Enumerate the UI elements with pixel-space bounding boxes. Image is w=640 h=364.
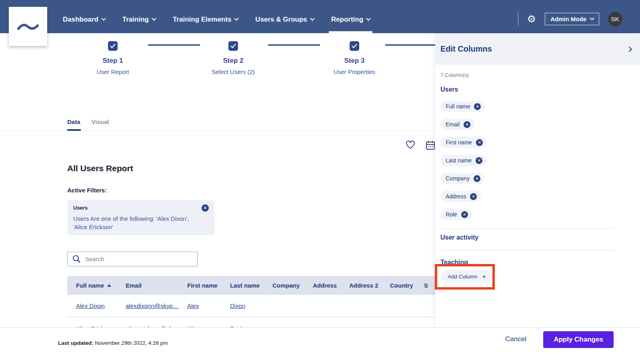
column-header-email[interactable]: Email [126,282,187,289]
remove-column-icon[interactable]: ✕ [476,139,483,146]
column-chip-company: Company ✕ [440,173,484,184]
chevron-down-icon [590,16,594,20]
gear-icon[interactable]: ⚙ [527,14,536,24]
table-row: Alice Erickson aliceerickson@sk Alice Er… [67,317,435,327]
last-updated: Last updated: November 29th 2022, 4:28 p… [58,340,168,346]
nav-item-training[interactable]: Training [122,0,156,33]
column-header-address-2[interactable]: Address 2 [349,282,390,289]
column-header-label: First name [187,282,218,289]
chevron-down-icon [234,16,239,20]
nav-item-label: Dashboard [63,16,98,24]
remove-column-icon[interactable]: ✕ [474,175,480,182]
remove-column-icon[interactable]: ✕ [461,211,468,218]
remove-column-icon[interactable]: ✕ [476,157,482,164]
user-link[interactable]: Alex Dixon [76,302,105,309]
footer-bar: Last updated: November 29th 2022, 4:28 p… [0,327,640,364]
chip-label: Full name [446,103,470,110]
tab-visual[interactable]: Visual [92,118,109,125]
column-header-label: Company [272,282,300,289]
column-header-clipped[interactable]: S [424,282,435,289]
step-subtitle: User Properties [314,68,394,75]
apply-changes-button[interactable]: Apply Changes [543,331,614,348]
cell-full-name: Alex Dixon [76,302,126,309]
annotation-highlight-rect [435,264,495,290]
cell-email: alexdixonn@skyp… [126,302,187,309]
nav-item-training-elements[interactable]: Training Elements [173,0,238,33]
cell-last-name: Dixon [230,302,272,309]
navbar-right: ⚙ Admin Mode SK [518,0,622,33]
app-logo[interactable] [9,7,47,46]
tab-data[interactable]: Data [67,118,80,125]
panel-header: Edit Columns [435,33,640,65]
column-chip-first-name: First name ✕ [440,137,487,148]
section-title-user-activity: User activity [440,234,478,241]
search-input[interactable] [85,256,185,262]
filter-name: Users [73,205,88,211]
wizard-step-1[interactable]: Step 1 User Report [73,41,153,75]
step-title: Step 2 [193,57,273,65]
admin-mode-label: Admin Mode [550,16,586,22]
nav-item-reporting[interactable]: Reporting [331,0,370,33]
step-title: Step 3 [314,57,394,65]
step-subtitle: Select Users (2) [193,68,273,75]
step-connector [268,44,320,46]
admin-mode-button[interactable]: Admin Mode [545,13,599,25]
remove-column-icon[interactable]: ✕ [470,193,477,200]
nav-item-label: Reporting [331,16,363,24]
sort-asc-icon [107,284,111,287]
chevron-down-icon [152,16,156,20]
user-link[interactable]: Alex [187,302,199,309]
report-tabs: Data Visual [67,118,109,125]
column-header-address[interactable]: Address [313,282,349,289]
main-nav: Dashboard Training Training Elements Use… [63,0,370,33]
remove-column-icon[interactable]: ✕ [474,103,481,110]
step-subtitle: User Report [73,68,153,75]
section-divider [440,228,615,229]
column-chip-address: Address ✕ [440,191,481,202]
chip-label: Role [446,211,457,218]
chevron-down-icon [310,16,314,20]
step-connector [385,44,435,46]
column-header-label: Address 2 [349,282,378,289]
remove-filter-icon[interactable]: ✕ [202,204,209,212]
column-header-full-name[interactable]: Full name [76,282,126,289]
table-row: Alex Dixon alexdixonn@skyp… Alex Dixon [67,295,435,317]
main-content: Step 1 User Report Step 2 Select Users (… [0,33,435,327]
nav-item-label: Training Elements [173,16,231,24]
wizard-step-3[interactable]: Step 3 User Properties [314,41,394,75]
checkbox-checked-icon [350,41,359,51]
column-header-last-name[interactable]: Last name [230,282,272,289]
heart-icon[interactable] [406,140,415,150]
wizard-step-2[interactable]: Step 2 Select Users (2) [193,41,273,75]
avatar[interactable]: SK [608,12,622,26]
page-title: All UsersReport [67,164,133,173]
tab-divider [0,130,435,131]
column-header-company[interactable]: Company [272,282,313,289]
column-header-first-name[interactable]: First name [187,282,230,289]
last-updated-value: November 29th 2022, 4:28 pm [94,340,168,346]
nav-item-dashboard[interactable]: Dashboard [63,0,105,33]
chevron-right-icon[interactable] [626,46,632,52]
section-divider [440,250,615,250]
checkbox-checked-icon [108,41,118,51]
user-link[interactable]: Dixon [230,302,245,309]
chevron-down-icon [101,16,106,20]
search-box [67,252,198,266]
column-header-country[interactable]: Country [390,282,424,289]
remove-column-icon[interactable]: ✕ [464,121,470,128]
page-title-bold: All Users [67,164,104,173]
column-header-label: Country [390,282,413,289]
chip-label: Last name [446,157,472,164]
calendar-icon[interactable] [426,140,435,150]
app-root: Dashboard Training Training Elements Use… [0,0,640,364]
active-filters-label: Active Filters: [67,187,107,194]
cancel-button[interactable]: Cancel [505,335,526,343]
chevron-down-icon [366,16,370,20]
section-title-users: Users [440,86,458,93]
email-link[interactable]: alexdixonn@skyp… [126,302,179,309]
last-updated-label: Last updated: [58,340,94,346]
avatar-initials: SK [611,16,620,22]
chip-label: Email [446,121,460,128]
nav-item-users-groups[interactable]: Users & Groups [255,0,314,33]
column-header-label: Email [126,282,142,289]
